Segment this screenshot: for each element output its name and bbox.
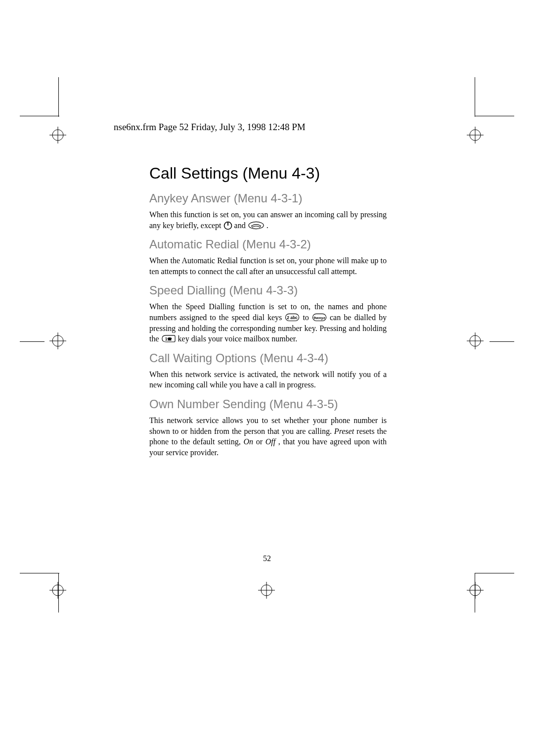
text-fragment: to <box>303 313 312 322</box>
section-body-speeddial: When the Speed Dialling function is set … <box>149 301 387 344</box>
section-body-callwaiting: When this network service is activated, … <box>149 369 387 390</box>
page-title: Call Settings (Menu 4-3) <box>149 164 387 183</box>
key-1-icon <box>161 334 176 343</box>
section-heading-ownnumber: Own Number Sending (Menu 4-3-5) <box>149 397 387 411</box>
power-icon <box>223 221 232 230</box>
registration-mark-icon <box>467 332 484 349</box>
page-content: Call Settings (Menu 4-3) Anykey Answer (… <box>149 164 387 461</box>
frame-header: nse6nx.frm Page 52 Friday, July 3, 1998 … <box>114 122 351 133</box>
key-9wxyz-icon <box>312 313 327 322</box>
emph-off: Off <box>266 437 275 446</box>
text-fragment: and <box>234 221 248 230</box>
emph-preset: Preset <box>334 427 354 435</box>
section-heading-callwaiting: Call Waiting Options (Menu 4-3-4) <box>149 351 387 365</box>
end-key-icon <box>248 221 265 230</box>
crop-line <box>475 573 514 573</box>
crop-tick <box>20 341 44 342</box>
registration-mark-icon <box>467 127 484 143</box>
crop-line <box>58 77 59 117</box>
crop-tick <box>490 341 514 342</box>
section-heading-redial: Automatic Redial (Menu 4-3-2) <box>149 237 387 251</box>
registration-mark-icon <box>49 582 66 599</box>
page-number: 52 <box>0 554 534 563</box>
registration-mark-icon <box>258 582 275 599</box>
text-fragment: key dials your voice mailbox number. <box>178 334 298 343</box>
section-body-redial: When the Automatic Redial function is se… <box>149 255 387 277</box>
text-fragment: . <box>267 221 268 230</box>
registration-mark-icon <box>467 582 484 599</box>
registration-mark-icon <box>49 332 66 349</box>
text-fragment: or <box>256 437 266 446</box>
crop-line <box>475 116 514 116</box>
crop-line <box>20 116 59 116</box>
section-heading-anykey: Anykey Answer (Menu 4-3-1) <box>149 191 387 205</box>
section-body-ownnumber: This network service allows you to set w… <box>149 415 387 458</box>
section-body-anykey: When this function is set on, you can an… <box>149 209 387 231</box>
crop-line <box>475 77 475 117</box>
crop-line <box>20 573 59 573</box>
section-heading-speeddial: Speed Dialling (Menu 4-3-3) <box>149 284 387 297</box>
registration-mark-icon <box>49 127 66 143</box>
key-2abc-icon <box>285 313 300 322</box>
emph-on: On <box>243 437 253 446</box>
